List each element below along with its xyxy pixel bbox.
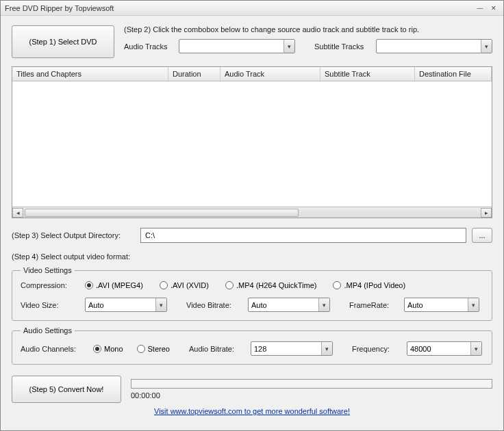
- audio-channels-label: Audio Channels:: [21, 345, 86, 353]
- video-size-combo[interactable]: Auto▾: [85, 298, 167, 312]
- minimize-icon: —: [477, 5, 483, 12]
- video-bitrate-label: Video Bitrate:: [186, 301, 241, 309]
- table-header: Titles and Chapters Duration Audio Track…: [12, 67, 492, 81]
- radio-stereo[interactable]: Stereo: [137, 345, 170, 353]
- close-icon: ✕: [491, 5, 496, 12]
- radio-icon: [93, 345, 101, 353]
- chevron-down-icon: ▾: [155, 298, 166, 311]
- step2-controls: Audio Tracks ▾ Subtitle Tracks ▾: [124, 39, 492, 53]
- audio-settings-legend: Audio Settings: [21, 326, 75, 335]
- frequency-combo[interactable]: 48000▾: [407, 341, 482, 356]
- radio-mp4-ipod[interactable]: .MP4 (IPod Video): [333, 281, 405, 289]
- scroll-thumb[interactable]: [25, 209, 299, 217]
- radio-icon: [160, 281, 168, 289]
- step2-instruction: (Step 2) Click the combobox below to cha…: [124, 25, 492, 34]
- output-directory-value: C:\: [145, 231, 155, 239]
- col-titles[interactable]: Titles and Chapters: [12, 67, 168, 81]
- titles-table: Titles and Chapters Duration Audio Track…: [12, 66, 492, 218]
- radio-avi-mpeg4[interactable]: .AVI (MPEG4): [85, 281, 143, 289]
- time-elapsed: 00:00:00: [131, 391, 492, 400]
- chevron-down-icon: ▾: [321, 342, 332, 355]
- audio-tracks-label: Audio Tracks: [124, 42, 172, 51]
- table-body[interactable]: [12, 81, 492, 207]
- radio-mono[interactable]: Mono: [93, 345, 123, 353]
- scroll-left-button[interactable]: ◂: [12, 208, 23, 218]
- horizontal-scrollbar[interactable]: ◂ ▸: [12, 207, 492, 218]
- titlebar: Free DVD Ripper by Topviewsoft — ✕: [1, 1, 503, 16]
- audio-settings-group: Audio Settings Audio Channels: Mono Ster…: [12, 326, 492, 365]
- progress-bar: [131, 379, 492, 389]
- chevron-down-icon: ▾: [468, 298, 479, 311]
- chevron-down-icon: ▾: [284, 40, 294, 53]
- subtitle-tracks-combo[interactable]: ▾: [376, 39, 492, 53]
- step3-label: (Step 3) Select Output Directory:: [12, 231, 135, 239]
- video-settings-group: Video Settings Compression: .AVI (MPEG4)…: [12, 266, 492, 321]
- scroll-right-button[interactable]: ▸: [481, 208, 492, 218]
- browse-button[interactable]: ...: [472, 228, 492, 243]
- frequency-label: Frequency:: [352, 345, 400, 353]
- select-dvd-label: (Step 1) Select DVD: [29, 38, 97, 46]
- radio-avi-xvid[interactable]: .AVI (XVID): [160, 281, 209, 289]
- browse-label: ...: [479, 231, 485, 239]
- audio-bitrate-label: Audio Bitrate:: [189, 345, 244, 353]
- audio-params-row: Audio Channels: Mono Stereo Audio Bitrat…: [21, 341, 483, 356]
- step4-row: (Step 4) Select output video format:: [12, 252, 492, 261]
- col-destination[interactable]: Destination File: [415, 67, 492, 81]
- framerate-label: FrameRate:: [349, 301, 397, 309]
- bottom-row: (Step 5) Convert Now! 00:00:00: [12, 376, 492, 403]
- chevron-down-icon: ▾: [318, 298, 329, 311]
- content-area: (Step 1) Select DVD (Step 2) Click the c…: [1, 16, 503, 430]
- output-directory-input[interactable]: C:\: [140, 228, 466, 243]
- convert-now-label: (Step 5) Convert Now!: [29, 385, 104, 393]
- select-dvd-button[interactable]: (Step 1) Select DVD: [12, 25, 114, 58]
- compression-row: Compression: .AVI (MPEG4) .AVI (XVID) .M…: [21, 281, 483, 289]
- video-settings-legend: Video Settings: [21, 266, 75, 274]
- step2-column: (Step 2) Click the combobox below to cha…: [124, 25, 492, 53]
- radio-icon: [85, 281, 93, 289]
- progress-column: 00:00:00: [131, 379, 492, 400]
- convert-now-button[interactable]: (Step 5) Convert Now!: [12, 376, 121, 403]
- footer-link[interactable]: Visit www.topviewsoft.com to get more wo…: [154, 407, 350, 415]
- top-row: (Step 1) Select DVD (Step 2) Click the c…: [12, 25, 492, 58]
- video-bitrate-combo[interactable]: Auto▾: [248, 298, 330, 312]
- radio-icon: [333, 281, 341, 289]
- step4-label: (Step 4) Select output video format:: [12, 252, 130, 261]
- chevron-down-icon: ▾: [470, 342, 481, 355]
- window-title: Free DVD Ripper by Topviewsoft: [5, 4, 472, 12]
- footer-row: Visit www.topviewsoft.com to get more wo…: [12, 407, 492, 415]
- radio-mp4-h264[interactable]: .MP4 (H264 QuickTime): [225, 281, 317, 289]
- audio-tracks-combo[interactable]: ▾: [179, 39, 295, 53]
- chevron-down-icon: ▾: [481, 40, 492, 53]
- col-duration[interactable]: Duration: [168, 67, 220, 81]
- app-window: Free DVD Ripper by Topviewsoft — ✕ (Step…: [0, 0, 504, 431]
- radio-icon: [225, 281, 234, 289]
- compression-label: Compression:: [21, 281, 78, 289]
- close-button[interactable]: ✕: [488, 3, 499, 13]
- subtitle-tracks-label: Subtitle Tracks: [314, 42, 369, 51]
- minimize-button[interactable]: —: [475, 3, 486, 13]
- col-audio-track[interactable]: Audio Track: [220, 67, 320, 81]
- radio-icon: [137, 345, 145, 353]
- video-size-label: Video Size:: [21, 301, 78, 309]
- framerate-combo[interactable]: Auto▾: [404, 298, 479, 312]
- audio-bitrate-combo[interactable]: 128▾: [251, 341, 333, 356]
- video-params-row: Video Size: Auto▾ Video Bitrate: Auto▾ F…: [21, 298, 483, 312]
- step3-row: (Step 3) Select Output Directory: C:\ ..…: [12, 228, 492, 243]
- col-subtitle-track[interactable]: Subtitle Track: [320, 67, 415, 81]
